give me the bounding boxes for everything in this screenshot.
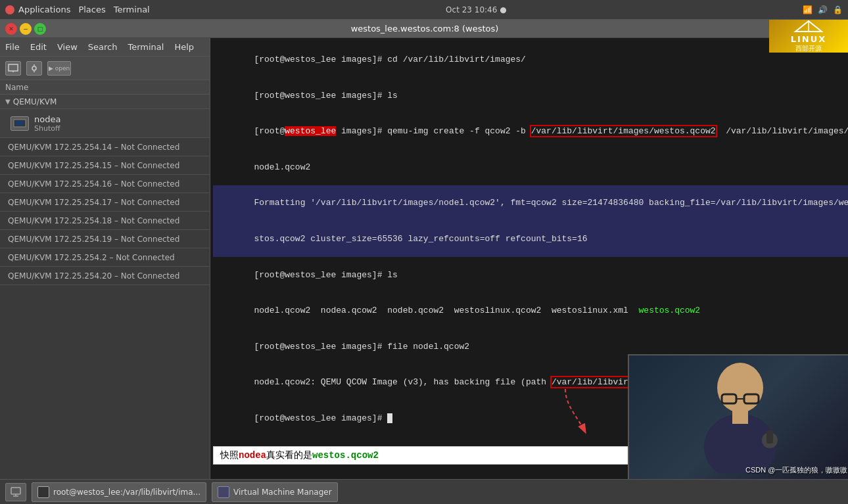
logo-area: LINUX 西部开源: [769, 20, 848, 53]
webcam-content: CSDN @一匹孤独的狼，嗷嗷嗷: [629, 355, 848, 479]
app-dot-icon: [5, 5, 14, 14]
person-silhouette: [674, 361, 806, 473]
svg-point-4: [32, 66, 36, 70]
terminal-line: [root@westos_lee images]# ls: [213, 78, 848, 114]
menu-search[interactable]: Search: [88, 42, 118, 52]
logo-text: LINUX: [791, 34, 827, 44]
annotation-text: 快照nodea真实看的是westos.qcow2: [220, 450, 379, 461]
terminal-line: nodel.qcow2: [213, 150, 848, 186]
logo-subtitle: 西部开源: [791, 44, 827, 53]
menu-view[interactable]: View: [57, 42, 78, 52]
monitor-icon: [8, 64, 18, 73]
vm-item-nodea[interactable]: nodea Shutoff: [0, 109, 210, 138]
terminal-panel: [root@westos_lee images]# cd /var/lib/li…: [210, 38, 848, 504]
menu-bar: File Edit View Search Terminal Help: [0, 38, 210, 57]
annotation-arrow: [526, 386, 605, 438]
taskbar-vmmanager-label: Virtual Machine Manager: [233, 488, 332, 497]
taskbar: root@westos_lee:/var/lib/libvirt/ima... …: [0, 479, 848, 504]
system-bar-left: Applications Places Terminal: [5, 5, 150, 14]
list-item[interactable]: QEMU/KVM 172.25.254.15 – Not Connected: [0, 156, 210, 175]
vm-header-name: Name: [5, 83, 28, 92]
list-item[interactable]: QEMU/KVM 172.25.254.16 – Not Connected: [0, 175, 210, 193]
window-controls[interactable]: ✕ − □: [5, 23, 46, 35]
list-item[interactable]: QEMU/KVM 172.25.254.18 – Not Connected: [0, 212, 210, 230]
terminal-line-output: Formatting '/var/lib/libvirt/images/node…: [213, 185, 848, 221]
system-bar: Applications Places Terminal Oct 23 10:4…: [0, 0, 848, 20]
taskbar-vmmanager-item[interactable]: Virtual Machine Manager: [212, 482, 338, 502]
vm-list-section: QEMU/KVM 172.25.254.14 – Not Connected Q…: [0, 138, 210, 504]
volume-icon: 🔊: [818, 5, 828, 14]
list-item[interactable]: QEMU/KVM 172.25.254.14 – Not Connected: [0, 138, 210, 156]
vm-item-status: Shutoff: [34, 124, 60, 133]
menu-help[interactable]: Help: [174, 42, 194, 52]
terminal-line-output2: stos.qcow2 cluster_size=65536 lazy_refco…: [213, 221, 848, 258]
menu-file[interactable]: File: [5, 42, 20, 52]
vm-tool-open[interactable]: ▶ open: [47, 61, 71, 76]
system-tray: 📶 🔊 🔒: [803, 5, 843, 14]
taskbar-terminal-icon: [37, 486, 49, 498]
maximize-button[interactable]: □: [34, 23, 46, 35]
vm-item-nodea-info: nodea Shutoff: [34, 114, 60, 133]
minimize-button[interactable]: −: [20, 23, 32, 35]
main-layout: File Edit View Search Terminal Help ▶ op…: [0, 38, 848, 504]
svg-rect-14: [732, 411, 748, 424]
applications-label[interactable]: Applications: [18, 5, 70, 14]
taskbar-vmmanager-icon: [218, 486, 229, 498]
taskbar-terminal-item[interactable]: root@westos_lee:/var/lib/libvirt/ima...: [32, 482, 206, 502]
list-item[interactable]: QEMU/KVM 172.25.254.20 – Not Connected: [0, 267, 210, 285]
left-panel: File Edit View Search Terminal Help ▶ op…: [0, 38, 210, 504]
vm-item-name: nodea: [34, 114, 60, 124]
vm-toolbar: ▶ open: [0, 57, 210, 80]
window-titlebar: ✕ − □ westos_lee.westos.com:8 (westos): [0, 20, 848, 38]
terminal-label[interactable]: Terminal: [114, 5, 150, 14]
svg-rect-8: [16, 121, 24, 126]
svg-rect-16: [766, 430, 773, 444]
svg-rect-2: [9, 64, 18, 71]
vm-item-icon: [11, 116, 29, 131]
vm-list-header: Name: [0, 80, 210, 95]
settings-icon: [29, 64, 39, 73]
terminal-line: [root@westos_lee images]# cd /var/lib/li…: [213, 42, 848, 78]
list-item[interactable]: QEMU/KVM 172.25.254.19 – Not Connected: [0, 230, 210, 248]
window-title: westos_lee.westos.com:8 (westos): [46, 24, 803, 34]
webcam-overlay: CSDN @一匹孤独的狼，嗷嗷嗷: [628, 354, 848, 479]
webcam-label: CSDN @一匹孤独的狼，嗷嗷嗷: [745, 465, 847, 475]
logo-icon: [792, 20, 825, 33]
vm-monitor-icon: [13, 119, 26, 128]
vm-tool-settings[interactable]: [26, 61, 42, 76]
menu-terminal[interactable]: Terminal: [128, 42, 164, 52]
list-item[interactable]: QEMU/KVM 172.25.254.17 – Not Connected: [0, 193, 210, 212]
close-button[interactable]: ✕: [5, 23, 17, 35]
applications-menu[interactable]: Applications: [5, 5, 70, 14]
vm-group-arrow-icon: ▼: [5, 98, 11, 105]
list-item[interactable]: QEMU/KVM 172.25.254.2 – Not Connected: [0, 248, 210, 267]
annotation-highlight-nodea: nodea: [239, 450, 266, 461]
svg-rect-17: [11, 488, 20, 494]
svg-point-9: [717, 363, 763, 413]
vm-group-label: QEMU/KVM: [13, 97, 57, 106]
taskbar-network-icon[interactable]: [5, 483, 26, 501]
annotation-highlight-westos: westos.qcow2: [312, 450, 379, 461]
terminal-line-highlighted: [root@westos_lee images]# qemu-img creat…: [213, 114, 848, 150]
places-label[interactable]: Places: [78, 5, 105, 14]
vm-group-qemukvm[interactable]: ▼ QEMU/KVM: [0, 95, 210, 109]
lock-icon: 🔒: [833, 5, 843, 14]
network-icon: [10, 486, 22, 498]
system-datetime: Oct 23 10:46 ●: [446, 5, 507, 14]
vm-tool-new[interactable]: [5, 61, 21, 76]
terminal-line-ls: nodel.qcow2 nodea.qcow2 nodeb.qcow2 west…: [213, 293, 848, 329]
terminal-line: [root@westos_lee images]# ls: [213, 257, 848, 293]
wifi-icon: 📶: [803, 5, 813, 14]
menu-edit[interactable]: Edit: [30, 42, 47, 52]
taskbar-terminal-label: root@westos_lee:/var/lib/libvirt/ima...: [53, 488, 200, 497]
